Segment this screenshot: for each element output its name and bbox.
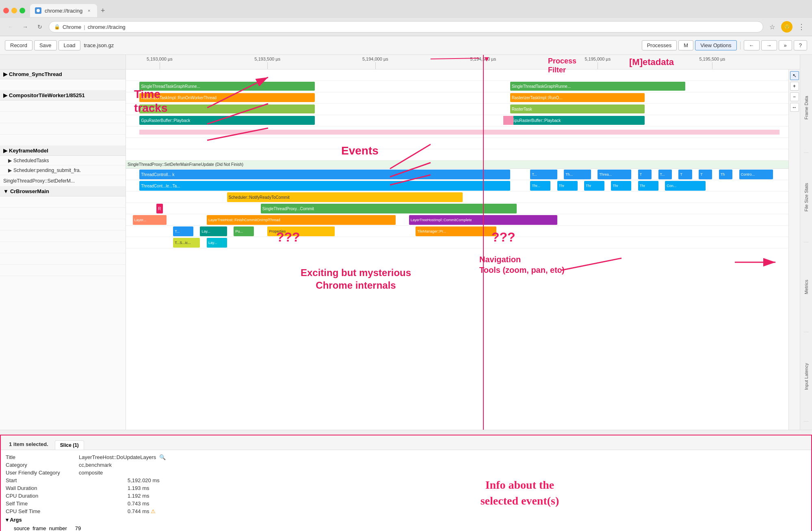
compositor-event-row1[interactable]: SingleThreadTaskGraphRunne... SingleThre… [126,81,800,92]
event-single-thread-2[interactable]: SingleThreadTaskGraphRunne... [510,82,685,91]
event-finish-commit[interactable]: LayerTreeHost::FinishCommitOnImplThread [207,215,396,225]
tab-close-button[interactable]: × [86,7,92,14]
event-t1[interactable]: T... [173,226,193,236]
event-tiles1[interactable]: T...S...ic... [173,238,200,248]
crbrowser-row3[interactable]: Scheduler::NotifyReadyToCommit [126,192,800,203]
event-thread-ctrl5[interactable]: T [638,170,652,179]
event-thread-ctrl7[interactable]: T [678,170,692,179]
crbrowser-row5[interactable]: Layer... LayerTreeHost::FinishCommitOnIm… [126,214,800,226]
event-threadcont-4[interactable]: Thr [584,181,604,191]
compositor-event-row2[interactable]: RasterizerTaskImpl::RunOnWorkerThread Ra… [126,92,800,104]
thread-row-single-proxy[interactable]: SingleThreadProxy::SetDeferM... [0,175,126,187]
compositor-event-row4[interactable]: GpuRasterBuffer::Playback GpuRasterBuffe… [126,115,800,126]
event-thread-ctrl8[interactable]: T [699,170,712,179]
save-button[interactable]: Save [34,40,57,50]
event-raster-task-2[interactable]: RasterTask [510,104,645,113]
annotation-nav-tools: NavigationTools (zoom, pan, etc) [479,254,565,275]
event-pu1[interactable]: Pu... [234,226,254,236]
active-tab[interactable]: chrome://tracing × [30,4,97,17]
crbrowser-row2[interactable]: ThreadCont...le...Ta... Thr... Thr Thr T… [126,180,800,192]
nav-expand-button[interactable]: » [779,40,792,50]
compositor-event-row3[interactable]: RasterTask RasterTask [126,104,800,115]
crbrowser-row1[interactable]: ThreadControll... k T... Th... Threa... … [126,169,800,180]
side-label-file-size[interactable]: File Size Stats [804,153,809,243]
thread-row-scheduled[interactable]: ▶ ScheduledTasks [0,156,126,165]
search-title-icon[interactable]: 🔍 [159,454,166,460]
detail-row-category: Category cc,benchmark [6,461,217,469]
menu-button[interactable]: ⋮ [796,21,807,33]
event-tile-mgr[interactable]: TileManager::Pr... [416,226,496,236]
event-threadcont-6[interactable]: Thr [638,181,658,191]
event-props[interactable]: Properties [267,226,335,236]
minimize-traffic-light[interactable] [11,8,17,13]
scheduler-pending-track[interactable] [126,149,800,161]
nav-left-button[interactable]: ← [744,40,760,50]
thread-row-keyframe[interactable]: ▶ KeyframeModel [0,146,126,156]
thread-row-chrome-sync[interactable]: ▶ Chrome_SyncThread [0,70,126,79]
event-thread-ctrl3[interactable]: Th... [564,170,591,179]
address-bar: ← → ↻ 🔒 Chrome | chrome://tracing ☆ 🙂 ⋮ [0,18,812,36]
event-thread-ctrl6[interactable]: T... [658,170,672,179]
browser-chrome: chrome://tracing × + ← → ↻ 🔒 Chrome | ch… [0,0,812,36]
event-rasterizer-1[interactable]: RasterizerTaskImpl::RunOnWorkerThread [139,93,314,102]
event-lay2[interactable]: Lay... [207,238,227,248]
maximize-traffic-light[interactable] [19,8,25,13]
event-threadcont-1[interactable]: ThreadCont...le...Ta... [139,181,510,191]
event-gpu-raster-1[interactable]: GpuRasterBuffer::Playback [139,116,314,125]
event-raster-task-1[interactable]: RasterTask [139,104,314,113]
event-single-thread-1[interactable]: SingleThreadTaskGraphRunne... [139,82,314,91]
event-scheduler-notify[interactable]: Scheduler::NotifyReadyToCommit [227,192,463,202]
slice-tab[interactable]: Slice (1) [55,440,84,450]
detail-value-title: LayerTreeHost::DoUpdateLayers [79,454,156,460]
cursor-tool-button[interactable]: ↖ [790,71,799,80]
event-gpu-label2: GpuRasterBuffer::Playback [512,118,561,123]
thread-row-scheduler-pending[interactable]: ▶ Scheduler:pending_submit_fra. [0,165,126,175]
event-lay1[interactable]: Lay... [200,226,227,236]
event-single-proxy-commit[interactable]: SingleThreadProxy...Commit [261,204,517,213]
event-threadcont-3[interactable]: Thr [557,181,578,191]
timeline-area[interactable]: 5,193,000 µs 5,193,500 µs 5,194,000 µs 5… [126,55,800,430]
thread-row-compositor[interactable]: ▶ CompositorTileWorker1/85251 [0,91,126,100]
help-button[interactable]: ? [794,40,807,50]
side-label-input-latency[interactable]: Input Latency [804,332,809,422]
view-options-button[interactable]: View Options [695,40,736,50]
forward-button[interactable]: → [19,21,31,33]
address-input[interactable]: 🔒 Chrome | chrome://tracing [49,21,763,33]
bookmark-button[interactable]: ☆ [767,21,778,33]
horizontal-scrollbar[interactable] [0,430,812,435]
back-button[interactable]: ← [5,21,16,33]
zoom-in-button[interactable]: + [790,82,799,91]
nav-right-button[interactable]: → [761,40,777,50]
crbrowser-row6[interactable]: T... Lay... Pu... Properties TileManager… [126,226,800,237]
pan-button[interactable]: ↔ [790,103,799,112]
crbrowser-row4[interactable]: R SingleThreadProxy...Commit [126,203,800,214]
event-layer-tag[interactable]: Layer... [133,215,167,225]
event-gpu-raster-2[interactable]: GpuRasterBuffer::Playback [510,116,645,125]
record-button[interactable]: Record [5,40,32,50]
event-threadcont-5[interactable]: Thr [611,181,631,191]
detail-row-wall-duration: Wall Duration 1.193 ms [6,484,217,492]
side-label-metrics[interactable]: Metrics [804,242,809,332]
event-thread-ctrl2[interactable]: T... [530,170,557,179]
load-button[interactable]: Load [58,40,81,50]
close-traffic-light[interactable] [3,8,9,13]
event-thread-ctrl9[interactable]: Th [719,170,732,179]
keyframe-track[interactable] [126,126,800,138]
thread-row-crbrowser[interactable]: ▼ CrBrowserMain [0,187,126,196]
zoom-out-button[interactable]: − [790,92,799,101]
profile-button[interactable]: 🙂 [781,21,793,33]
side-label-frame-data[interactable]: Frame Data [804,63,809,153]
new-tab-button[interactable]: + [97,5,108,16]
event-thread-ctrl-end[interactable]: Contro... [739,170,773,179]
event-rasterizer-2[interactable]: RasterizerTaskImpl::RunO... [510,93,645,102]
event-thread-ctrl4[interactable]: Threa... [598,170,631,179]
scheduled-track[interactable] [126,138,800,149]
crbrowser-row7[interactable]: T...S...ic... Lay... [126,237,800,248]
event-threadcont-2[interactable]: Thr... [530,181,550,191]
metadata-button[interactable]: M [678,40,693,50]
event-threadcont-end[interactable]: Con... [665,181,706,191]
event-thread-ctrl1[interactable]: ThreadControll... k [139,170,510,179]
sync-thread-track[interactable] [126,70,800,81]
processes-button[interactable]: Processes [642,40,677,50]
reload-button[interactable]: ↻ [34,21,45,33]
